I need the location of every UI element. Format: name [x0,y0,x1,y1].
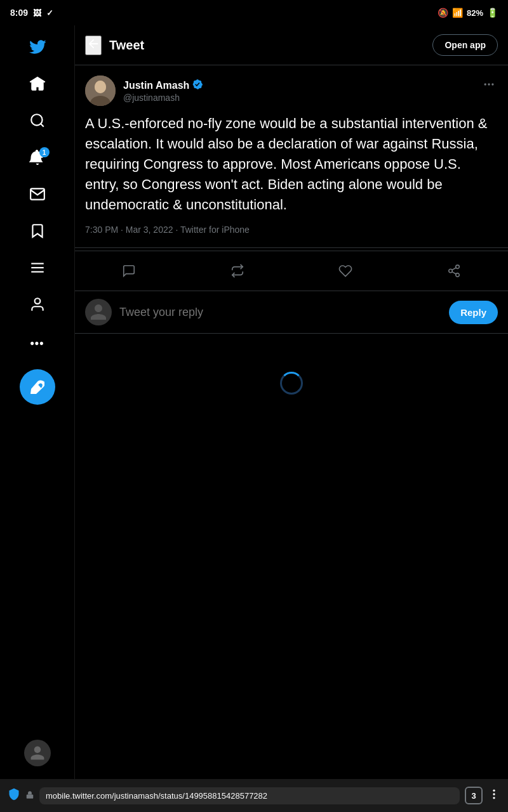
avatar-image [85,75,116,106]
sidebar-item-twitter-logo[interactable] [22,33,53,65]
header-left: Tweet [85,36,144,55]
user-handle: @justinamash [123,93,203,103]
tweet-container: Justin Amash @justinamash [75,65,508,248]
sidebar-item-lists[interactable] [22,254,53,285]
svg-point-12 [491,83,493,85]
sidebar: 1 [0,25,75,779]
page-title: Tweet [109,38,144,53]
loading-area [75,334,508,779]
retweet-button[interactable] [225,259,250,283]
sidebar-item-messages[interactable] [22,180,53,212]
tweet-header: Justin Amash @justinamash [85,75,498,106]
svg-line-17 [452,268,456,270]
user-display-name: Justin Amash [123,80,189,91]
home-icon [29,75,46,96]
svg-point-20 [493,793,495,795]
svg-point-13 [456,265,460,269]
status-bar: 8:09 🖼 ✓ 🔕 📶 82% 🔋 [0,0,508,25]
sidebar-item-more[interactable]: ••• [22,327,53,359]
lists-icon [29,259,46,280]
tweet-author-avatar[interactable] [85,75,116,106]
svg-point-9 [95,81,106,93]
sidebar-item-profile[interactable] [22,291,53,322]
wifi-icon: 📶 [452,8,463,18]
status-photo-icon: 🖼 [33,8,41,18]
comment-button[interactable] [117,259,141,283]
svg-point-15 [456,273,460,277]
messages-icon [29,186,46,206]
main-layout: 1 [0,25,508,779]
bookmarks-icon [29,223,46,243]
status-check-icon: ✓ [46,8,53,18]
mute-icon: 🔕 [438,8,448,18]
tweet-more-button[interactable] [480,75,498,96]
status-time: 8:09 [10,8,28,18]
shield-icon [8,788,20,804]
sidebar-item-bookmarks[interactable] [22,217,53,249]
share-button[interactable] [442,259,466,283]
svg-point-5 [34,298,40,304]
content-area: Tweet Open app [75,25,508,779]
status-time-area: 8:09 🖼 ✓ [10,8,53,18]
sidebar-item-notifications[interactable]: 1 [22,143,53,175]
svg-point-14 [449,270,453,273]
browser-more-button[interactable] [488,788,500,804]
svg-point-21 [493,797,495,799]
notification-badge: 1 [39,147,50,157]
sidebar-item-home[interactable] [22,70,53,102]
user-details: Justin Amash @justinamash [123,79,203,103]
svg-point-19 [493,789,495,791]
battery-icon: 🔋 [487,8,498,18]
reply-text-input[interactable] [119,306,441,319]
status-right-area: 🔕 📶 82% 🔋 [438,8,498,18]
svg-point-11 [488,83,490,85]
verified-badge-icon [192,79,203,93]
svg-point-0 [31,114,42,125]
twitter-bird-icon [29,38,46,60]
sidebar-item-search[interactable] [22,107,53,138]
tweet-timestamp: 7:30 PM · Mar 3, 2022 · Twitter for iPho… [85,225,498,235]
tweet-user-info: Justin Amash @justinamash [85,75,203,106]
profile-icon [29,296,46,317]
reply-input-area: Reply [75,291,508,334]
loading-spinner [280,372,303,395]
compose-tweet-button[interactable] [20,369,55,405]
sidebar-user-avatar[interactable] [24,740,51,766]
search-icon [29,112,46,133]
open-app-button[interactable]: Open app [432,34,498,56]
reply-submit-button[interactable]: Reply [449,301,498,324]
user-name-row: Justin Amash [123,79,203,93]
lock-icon [25,790,34,801]
tweet-text: A U.S.-enforced no-fly zone would be a s… [85,114,498,214]
battery-text: 82% [467,8,483,18]
browser-bar: mobile.twitter.com/justinamash/status/14… [0,779,508,812]
browser-tab-count[interactable]: 3 [465,787,483,804]
svg-rect-18 [27,794,34,798]
like-button[interactable] [333,259,358,283]
more-icon: ••• [30,337,44,350]
current-user-avatar [85,299,112,325]
tweet-action-bar [75,251,508,291]
svg-line-16 [452,272,456,275]
svg-point-10 [485,83,486,85]
svg-line-1 [41,124,44,127]
tweet-detail-header: Tweet Open app [75,25,508,65]
back-button[interactable] [85,36,102,55]
browser-url-bar[interactable]: mobile.twitter.com/justinamash/status/14… [39,787,460,804]
